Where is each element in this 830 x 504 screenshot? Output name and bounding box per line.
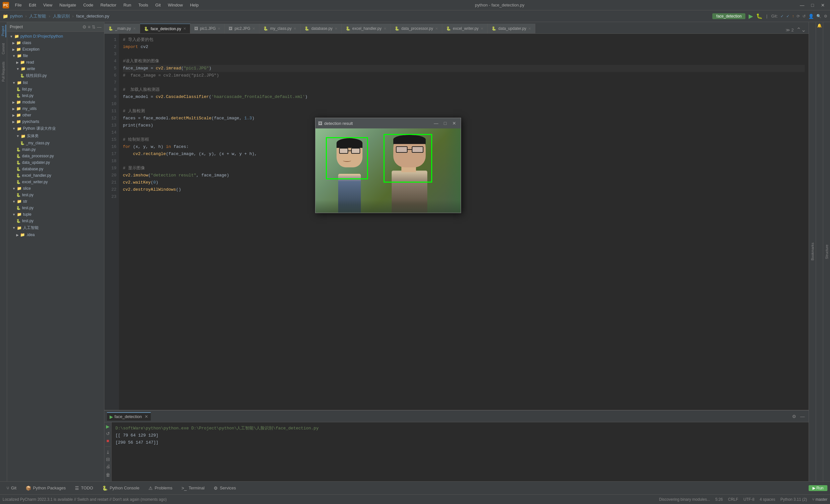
tree-idea[interactable]: ▶ 📁 .idea — [7, 231, 104, 238]
menu-view[interactable]: View — [40, 1, 56, 9]
tab-database[interactable]: 🐍database.py✕ — [300, 24, 342, 33]
tree-testpy1[interactable]: 🐍 test.py — [7, 92, 104, 99]
settings-icon[interactable]: ⚙ — [824, 14, 827, 19]
git-arrow[interactable]: ↑ — [792, 14, 794, 19]
menu-code[interactable]: Code — [80, 1, 97, 9]
bookmarks-label[interactable]: Bookmarks — [810, 241, 815, 262]
run-rerun-icon[interactable]: ↺ — [105, 431, 111, 437]
pull-requests-tab[interactable]: Pull Requests — [1, 60, 6, 83]
tree-pyecharts[interactable]: ▶ 📁 pyecharts — [7, 118, 104, 125]
tree-write[interactable]: ▼ 📁 write — [7, 65, 104, 72]
tree-file[interactable]: ▼ 📁 file — [7, 53, 104, 59]
breadcrumb-ai[interactable]: 人工智能 — [29, 13, 46, 19]
tree-tuple[interactable]: ▼ 📁 tuple — [7, 211, 104, 218]
tree-strtest[interactable]: 🐍 test.py — [7, 204, 104, 211]
project-tab[interactable]: Project — [1, 25, 6, 37]
tab-facedetection[interactable]: 🐍face_detection.py✕ — [140, 24, 190, 33]
project-minimize-icon[interactable]: — — [97, 24, 101, 30]
run-panel-tab[interactable]: ▶ face_detection ✕ — [107, 412, 151, 421]
run-config-button[interactable]: face_detection — [712, 13, 745, 19]
detection-close-button[interactable]: ✕ — [450, 120, 458, 126]
tree-slicetest[interactable]: 🐍 test.py — [7, 192, 104, 198]
tab-dataprocessor[interactable]: 🐍data_processor.py✕ — [391, 24, 442, 33]
breadcrumb-python[interactable]: python — [10, 13, 23, 19]
close-button[interactable]: ✕ — [818, 2, 827, 9]
tree-dataprocessor[interactable]: 🐍 data_processor.py — [7, 153, 104, 159]
tree-module[interactable]: ▶ 📁 module — [7, 99, 104, 105]
menu-edit[interactable]: Edit — [26, 1, 39, 9]
line-ending[interactable]: CRLF — [728, 497, 738, 502]
python-version[interactable]: Python 3.11 (2) — [780, 497, 807, 502]
menu-tools[interactable]: Tools — [135, 1, 151, 9]
git-branch[interactable]: ⑂ master — [812, 497, 827, 502]
tree-mainpy[interactable]: 🐍 main.py — [7, 146, 104, 153]
menu-navigate[interactable]: Navigate — [56, 1, 79, 9]
git-history[interactable]: ⟳ — [797, 14, 800, 19]
tree-ai[interactable]: ▼ 📁 人工智能 — [7, 224, 104, 231]
run-stop-icon[interactable]: ■ — [105, 438, 111, 444]
tree-root[interactable]: ▼ 📁 python D:\Project\python — [7, 33, 104, 39]
tree-read[interactable]: ▶ 📁 read — [7, 59, 104, 65]
code-lines[interactable]: # 导入必要的包 import cv2 #读入要检测的图像 face_image… — [119, 34, 808, 410]
tree-dataupdater[interactable]: 🐍 data_updater.py — [7, 159, 104, 166]
user-icon[interactable]: 👤 — [808, 13, 814, 19]
project-sort-icon[interactable]: ⇅ — [92, 24, 96, 30]
tree-pythonhomework[interactable]: ▼ 📁 Python 课设大作业 — [7, 125, 104, 132]
tree-other[interactable]: ▶ 📁 other — [7, 112, 104, 118]
tree-database[interactable]: 🐍 database.py — [7, 166, 104, 172]
run-tab-close[interactable]: ✕ — [145, 414, 148, 419]
run-button[interactable]: ▶ — [748, 13, 754, 19]
tab-main[interactable]: 🐍_main.py✕ — [104, 24, 140, 33]
git-undo[interactable]: ↺ — [802, 14, 806, 19]
search-icon[interactable]: 🔍 — [817, 14, 821, 19]
run-settings-icon[interactable]: ⚙ — [791, 413, 798, 420]
tree-excelwriter[interactable]: 🐍 excel_writer.py — [7, 179, 104, 185]
bottom-tab-python-packages[interactable]: 📦 Python Packages — [22, 482, 70, 494]
tree-class[interactable]: ▶ 📁 class — [7, 39, 104, 46]
tree-entity[interactable]: ▼ 📁 实体类 — [7, 132, 104, 140]
tree-list[interactable]: ▼ 📁 list — [7, 80, 104, 86]
bottom-tab-services[interactable]: ⚙ Services — [210, 482, 240, 494]
run-scroll-icon[interactable]: ⤓ — [105, 449, 111, 455]
run-filter-icon[interactable]: ⊟ — [105, 456, 111, 462]
git-check[interactable]: ✓ — [780, 14, 784, 19]
bottom-tab-python-console[interactable]: 🐍 Python Console — [98, 482, 143, 494]
tab-myclass[interactable]: 🐍my_class.py✕ — [259, 24, 300, 33]
bottom-tab-terminal[interactable]: >_ Terminal — [178, 482, 209, 494]
tree-exception[interactable]: ▶ 📁 Exception — [7, 46, 104, 53]
commit-tab[interactable]: Commit — [1, 42, 6, 56]
project-collapse-icon[interactable]: ≡ — [88, 24, 91, 30]
tree-slice[interactable]: ▼ 📁 slice — [7, 185, 104, 192]
indent-info[interactable]: 4 spaces — [760, 497, 775, 502]
detection-maximize-button[interactable]: □ — [441, 120, 449, 126]
bottom-tab-git[interactable]: ⑂ Git — [3, 482, 21, 494]
menu-run[interactable]: Run — [120, 1, 134, 9]
tree-myclass[interactable]: 🐍 _my_class.py — [7, 140, 104, 146]
tree-tupletest[interactable]: 🐍 test.py — [7, 218, 104, 224]
tree-myutils[interactable]: ▶ 📁 my_utils — [7, 105, 104, 112]
tab-excelhandler[interactable]: 🐍excel_handler.py✕ — [342, 24, 391, 33]
run-play-icon[interactable]: ▶ — [105, 423, 111, 430]
run-bottom-button[interactable]: ▶ Run — [808, 485, 827, 491]
tab-overflow[interactable]: ≫ 2 ⌃ ⌄ — [783, 26, 808, 33]
tab-pic1[interactable]: 🖼pic1.JPG✕ — [190, 24, 225, 33]
tab-dataupdater[interactable]: 🐍data_updater.py✕ — [488, 24, 535, 33]
tree-listpy[interactable]: 🐍 list.py — [7, 86, 104, 92]
tree-linear[interactable]: 🐍 线性回归.py — [7, 72, 104, 80]
menu-git[interactable]: Git — [152, 1, 164, 9]
menu-refactor[interactable]: Refactor — [97, 1, 120, 9]
encoding[interactable]: UTF-8 — [743, 497, 755, 502]
cursor-position[interactable]: 5:26 — [715, 497, 723, 502]
detection-window-titlebar[interactable]: 🖼 detection result — □ ✕ — [316, 118, 461, 128]
tab-excelwriter[interactable]: 🐍excel_writer.py✕ — [442, 24, 488, 33]
run-close-icon[interactable]: — — [799, 413, 806, 420]
structure-label[interactable]: Structure — [825, 245, 829, 259]
project-settings-icon[interactable]: ⚙ — [82, 24, 87, 30]
run-trash-icon[interactable]: 🗑 — [105, 472, 111, 478]
debug-button[interactable]: 🐛 — [757, 13, 762, 19]
notifications-icon[interactable]: 🔔 — [817, 23, 822, 28]
menu-window[interactable]: Window — [165, 1, 186, 9]
menu-help[interactable]: Help — [187, 1, 202, 9]
code-editor[interactable]: 12345 678910 1112131415 1617181920 21222… — [104, 34, 808, 410]
tab-pic2[interactable]: 🖼pic2.JPG✕ — [225, 24, 259, 33]
